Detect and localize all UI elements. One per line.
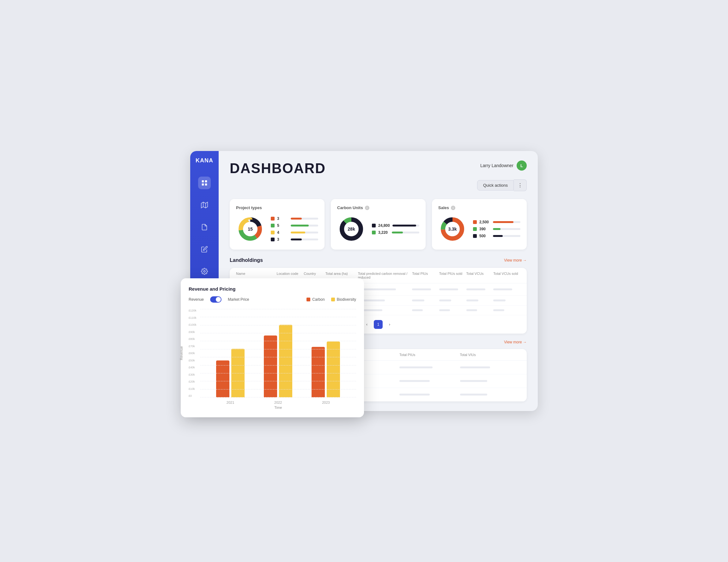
cell	[466, 288, 494, 290]
legend-bar	[291, 225, 318, 227]
y-label: £90k	[189, 330, 197, 334]
project-vius	[460, 380, 521, 382]
y-label: £50k	[189, 359, 197, 362]
biodiversity-legend-label: Biodiversity	[337, 297, 356, 302]
sidebar-item-map[interactable]	[198, 199, 211, 211]
bar-carbon-2021	[216, 360, 229, 397]
landholdings-view-more[interactable]: View more →	[504, 258, 527, 263]
header-right: Larry Landowner L	[480, 160, 527, 171]
biodiversity-legend-dot	[331, 298, 335, 301]
cell	[466, 299, 494, 301]
legend-item: 2,500	[473, 220, 520, 224]
cell	[466, 309, 494, 311]
legend-item: 500	[473, 234, 520, 238]
chart-wrapper: Revenue £120k £110k £100k £90k £80k £70k…	[189, 309, 356, 409]
revenue-popup: Revenue and Pricing Revenue Market Price…	[181, 278, 364, 417]
chart-legend: Carbon Biodiversity	[306, 297, 356, 302]
user-name: Larry Landowner	[480, 163, 513, 168]
legend-dot-dark	[473, 234, 477, 238]
next-page-button[interactable]: ›	[385, 320, 394, 329]
info-icon-sales: i	[451, 206, 455, 210]
cell	[412, 299, 439, 301]
legend-dot-dark	[372, 224, 376, 227]
col-total-vius: Total VIUs	[460, 353, 521, 357]
carbon-legend-dot	[306, 298, 310, 301]
projects-view-more[interactable]: View more →	[504, 340, 527, 344]
revenue-title: Revenue and Pricing	[189, 286, 356, 292]
stat-card-project-types: Project types	[230, 199, 325, 250]
legend-item: 3	[271, 237, 318, 242]
sales-body: 3.3k 2,500 390	[438, 215, 520, 243]
page-title: DASHBOARD	[230, 160, 326, 176]
project-types-body: 15 3 5	[236, 215, 318, 243]
y-label: £40k	[189, 366, 197, 369]
project-types-title: Project types	[236, 205, 318, 210]
x-label-2021: 2021	[227, 401, 234, 404]
svg-rect-0	[202, 180, 204, 182]
revenue-label: Revenue	[189, 297, 204, 302]
carbon-units-body: 28k 24,800 3,220	[337, 215, 419, 243]
cell	[439, 288, 466, 290]
quick-actions-button[interactable]: Quick actions	[477, 180, 514, 190]
sidebar-item-edit[interactable]	[198, 243, 211, 256]
cell	[412, 288, 439, 290]
sidebar-item-dashboard[interactable]	[198, 177, 211, 189]
bar-biodiversity-2023	[327, 341, 340, 397]
project-pius	[399, 394, 460, 396]
cell	[358, 299, 412, 301]
project-types-center: 15	[248, 227, 253, 232]
y-axis: Revenue £120k £110k £100k £90k £80k £70k…	[189, 309, 197, 397]
sales-legend: 2,500 390 500	[473, 220, 520, 238]
y-label: £60k	[189, 352, 197, 355]
user-avatar: L	[517, 160, 527, 171]
sidebar-item-docs[interactable]	[198, 221, 211, 233]
x-label-2022: 2022	[274, 401, 282, 404]
y-label: £120k	[189, 309, 197, 312]
landholdings-section-header: Landholdings View more →	[230, 257, 527, 263]
legend-bar	[392, 232, 419, 233]
legend-dot-green	[372, 231, 376, 234]
legend-biodiversity: Biodiversity	[331, 297, 356, 302]
legend-bar	[291, 218, 318, 220]
x-label-2023: 2023	[322, 401, 330, 404]
cell	[493, 299, 520, 301]
svg-marker-4	[201, 202, 208, 208]
y-label: £100k	[189, 323, 197, 326]
revenue-controls: Revenue Market Price Carbon Biodiversity	[189, 296, 356, 303]
bar-carbon-2022	[264, 335, 277, 397]
y-label: £80k	[189, 337, 197, 341]
svg-rect-1	[205, 180, 207, 182]
bars-container	[200, 309, 356, 397]
project-pius	[399, 366, 460, 368]
legend-item: 3,220	[372, 230, 419, 235]
legend-dot-orange	[271, 217, 275, 221]
carbon-legend-label: Carbon	[312, 297, 325, 302]
legend-item: 5	[271, 223, 318, 228]
legend-bar	[291, 239, 318, 240]
quick-actions-dots-button[interactable]: ⋮	[514, 179, 527, 191]
revenue-toggle[interactable]	[210, 296, 221, 303]
y-label: £20k	[189, 380, 197, 383]
page-1-button[interactable]: 1	[374, 320, 383, 329]
col-vcus-sold: Total VCUs sold	[493, 272, 520, 279]
svg-point-7	[203, 270, 205, 272]
project-types-donut: 15	[236, 215, 264, 243]
legend-item: 4	[271, 230, 318, 235]
sidebar-logo: KANA	[196, 157, 213, 164]
y-label: £0	[189, 394, 197, 397]
x-axis-title: Time	[200, 406, 356, 409]
project-pius	[399, 380, 460, 382]
legend-bar	[493, 235, 520, 237]
legend-item: 24,800	[372, 223, 419, 228]
carbon-units-legend: 24,800 3,220	[372, 223, 419, 235]
legend-bar	[392, 225, 419, 227]
sidebar-item-settings[interactable]	[198, 265, 211, 278]
quick-actions-group: Quick actions ⋮	[477, 179, 527, 191]
y-label: £110k	[189, 316, 197, 319]
project-types-legend: 3 5 4	[271, 216, 318, 242]
legend-bar	[493, 221, 520, 223]
market-price-label: Market Price	[228, 297, 249, 302]
col-vcus: Total VCUs	[466, 272, 494, 279]
carbon-units-title: Carbon Units i	[337, 205, 419, 210]
y-label: £70k	[189, 345, 197, 348]
